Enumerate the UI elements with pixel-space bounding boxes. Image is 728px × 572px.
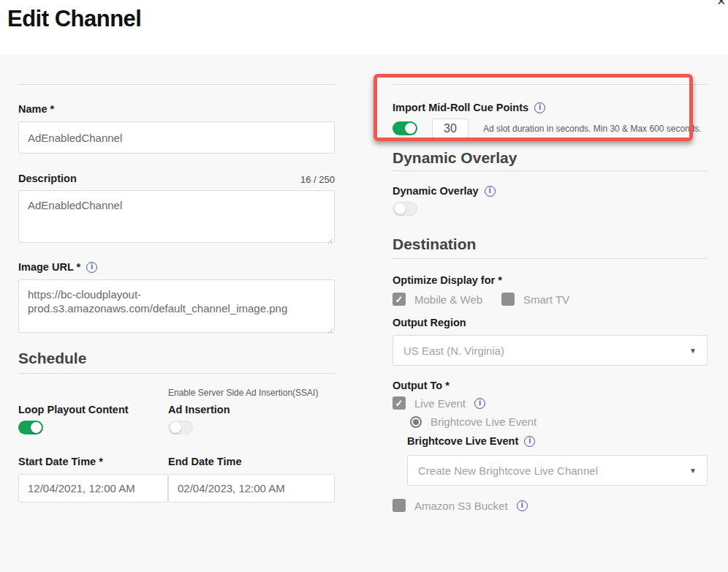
dynamic-overlay-toggle[interactable] xyxy=(393,202,417,216)
end-date-label: End Date Time xyxy=(168,455,335,468)
dynamic-overlay-heading: Dynamic Overlay xyxy=(393,148,708,168)
loop-playout-toggle[interactable] xyxy=(18,421,43,434)
dynamic-overlay-label: Dynamic Overlay xyxy=(393,184,479,197)
info-icon[interactable]: i xyxy=(474,398,485,409)
start-date-input[interactable] xyxy=(18,474,168,503)
left-top-divider xyxy=(18,84,335,85)
midroll-help-text: Ad slot duration in seconds. Min 30 & Ma… xyxy=(483,123,702,135)
radio-dot xyxy=(413,419,419,425)
optimize-display-label: Optimize Display for * xyxy=(393,274,708,287)
schedule-divider xyxy=(18,373,335,374)
toggle-knob xyxy=(405,123,416,134)
chevron-down-icon: ▼ xyxy=(689,347,697,355)
toggle-knob xyxy=(31,422,42,433)
ad-insertion-toggle[interactable] xyxy=(168,421,193,434)
description-label: Description xyxy=(18,172,77,185)
smart-tv-checkbox[interactable] xyxy=(501,293,515,306)
schedule-heading: Schedule xyxy=(18,349,335,368)
page-title: Edit Channel xyxy=(7,6,141,32)
modal-body: Name * Description 16 / 250 AdEnabledCha… xyxy=(0,55,728,572)
info-icon[interactable]: i xyxy=(86,262,97,273)
midroll-toggle[interactable] xyxy=(393,121,417,135)
optimize-options-row: ✓ Mobile & Web Smart TV xyxy=(393,293,708,306)
mobile-web-label: Mobile & Web xyxy=(414,293,482,306)
info-icon[interactable]: i xyxy=(485,186,496,197)
live-event-label: Live Event xyxy=(414,397,466,410)
image-url-textarea[interactable]: https://bc-cloudplayout-prod.s3.amazonaw… xyxy=(18,279,335,333)
info-icon[interactable]: i xyxy=(534,102,545,113)
toggle-knob xyxy=(395,203,406,214)
brightcove-live-event-label: Brightcove Live Event xyxy=(407,434,518,448)
brightcove-live-event-radio-label: Brightcove Live Event xyxy=(431,415,536,428)
amazon-s3-checkbox[interactable] xyxy=(393,499,406,512)
destination-divider xyxy=(393,258,708,259)
toggle-knob xyxy=(170,422,181,433)
ad-slot-duration-input[interactable] xyxy=(432,118,469,138)
ssai-note: Enable Server Side Ad Insertion(SSAI) xyxy=(168,387,335,399)
brightcove-live-event-radio[interactable] xyxy=(410,416,422,428)
name-input[interactable] xyxy=(18,121,335,154)
start-date-label: Start Date Time * xyxy=(18,455,168,468)
left-column: Name * Description 16 / 250 AdEnabledCha… xyxy=(18,55,335,503)
midroll-controls: Ad slot duration in seconds. Min 30 & Ma… xyxy=(393,118,708,138)
dynamic-overlay-divider xyxy=(393,170,708,171)
info-icon[interactable]: i xyxy=(524,436,535,447)
brightcove-live-channel-dropdown[interactable]: Create New Brightcove Live Channel ▼ xyxy=(407,455,708,486)
output-region-dropdown[interactable]: US East (N. Virginia) ▼ xyxy=(393,335,708,366)
description-char-counter: 16 / 250 xyxy=(300,174,335,185)
brightcove-live-channel-value: Create New Brightcove Live Channel xyxy=(418,464,598,477)
end-date-input[interactable] xyxy=(168,474,335,503)
info-icon[interactable]: i xyxy=(517,500,528,511)
mobile-web-checkbox[interactable]: ✓ xyxy=(393,293,406,306)
midroll-label: Import Mid-Roll Cue Points xyxy=(393,101,528,114)
right-top-divider xyxy=(393,84,708,85)
output-region-label: Output Region xyxy=(393,316,708,329)
description-textarea[interactable]: AdEnabledChannel xyxy=(18,190,335,243)
loop-playout-label: Loop Playout Content xyxy=(18,403,168,416)
output-region-value: US East (N. Virginia) xyxy=(403,345,504,357)
ad-insertion-label: Ad Insertion xyxy=(168,403,335,416)
name-label: Name * xyxy=(18,102,335,116)
image-url-label: Image URL * xyxy=(18,260,80,274)
output-to-label: Output To * xyxy=(393,379,708,392)
live-event-checkbox[interactable]: ✓ xyxy=(393,396,406,410)
close-icon[interactable]: ✕ xyxy=(716,0,726,7)
amazon-s3-label: Amazon S3 Bucket xyxy=(414,500,508,512)
destination-heading: Destination xyxy=(393,235,708,254)
right-column: Import Mid-Roll Cue Points i Ad slot dur… xyxy=(393,55,708,512)
chevron-down-icon: ▼ xyxy=(689,467,697,475)
schedule-grid: Loop Playout Content Start Date Time * E… xyxy=(18,387,335,503)
smart-tv-label: Smart TV xyxy=(523,293,569,306)
